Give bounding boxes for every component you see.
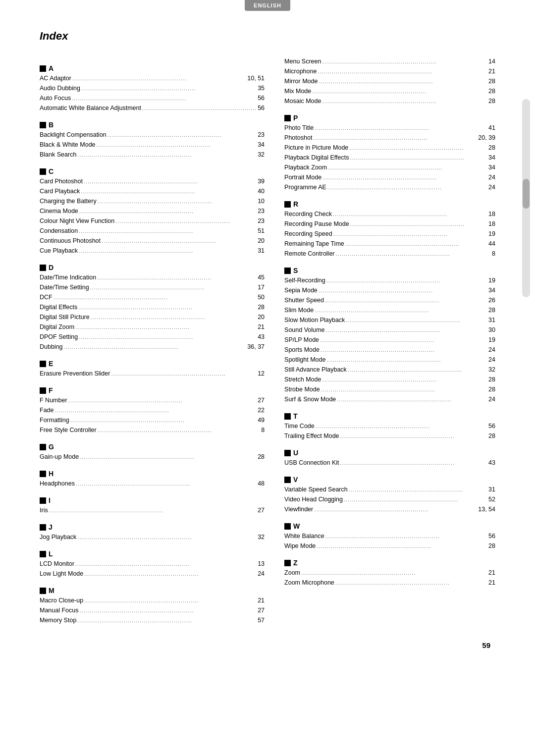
entry-dots: ........................................… xyxy=(68,397,257,404)
entry-name: Mosaic Mode xyxy=(284,98,321,105)
index-entry: Recording Pause Mode....................… xyxy=(284,220,495,230)
index-entry: Card Photoshot..........................… xyxy=(40,177,265,187)
index-entry: White Balance...........................… xyxy=(284,532,495,542)
entry-name: Digital Still Picture xyxy=(40,314,90,321)
entry-page: 13 xyxy=(258,560,265,567)
section-square-Z xyxy=(284,560,291,566)
entry-name: AC Adaptor xyxy=(40,75,71,82)
entry-page: 34 xyxy=(488,164,495,171)
section-square-F xyxy=(40,387,46,394)
entry-page: 19 xyxy=(488,336,495,343)
entry-page: 28 xyxy=(258,304,265,311)
entry-name: Gain-up Mode xyxy=(40,453,79,460)
entry-dots: ........................................… xyxy=(91,314,257,321)
entry-page: 34 xyxy=(488,287,495,294)
section-header-V: V xyxy=(284,476,495,484)
entry-name: Blank Search xyxy=(40,151,76,158)
index-entry: LCD Monitor.............................… xyxy=(40,560,265,570)
entry-page: 45 xyxy=(258,274,265,281)
entry-dots: ........................................… xyxy=(320,336,487,344)
index-entry: Microphone..............................… xyxy=(284,67,495,77)
section-letter-R: R xyxy=(293,200,298,208)
index-entry: Shutter Speed...........................… xyxy=(284,296,495,306)
index-entry: Date/Time Indication....................… xyxy=(40,273,265,283)
section-square-A xyxy=(40,65,46,72)
entry-name: Still Advance Playback xyxy=(284,366,347,373)
entry-page: 12 xyxy=(258,370,265,377)
index-entry: Playback Digital Effects................… xyxy=(284,154,495,163)
section-header-W: W xyxy=(284,522,495,530)
index-entry: Menu Screen.............................… xyxy=(284,57,495,67)
entry-name: Picture in Picture Mode xyxy=(284,144,348,151)
entry-name: Slim Mode xyxy=(284,307,314,314)
entry-name: Digital Effects xyxy=(40,304,77,311)
entry-page: 19 xyxy=(488,277,495,284)
entry-name: F Number xyxy=(40,397,67,404)
entry-name: Playback Digital Effects xyxy=(284,154,349,161)
section-square-T xyxy=(284,413,291,420)
entry-dots: ........................................… xyxy=(97,274,257,281)
entry-page: 39 xyxy=(258,178,265,185)
index-entry: Charging the Battery....................… xyxy=(40,197,265,207)
index-entry: AC Adaptor..............................… xyxy=(40,74,265,84)
entry-dots: ........................................… xyxy=(98,198,257,205)
section-header-J: J xyxy=(40,523,265,531)
entry-name: Sports Mode xyxy=(284,346,320,353)
entry-name: Mirror Mode xyxy=(284,78,318,85)
entry-page: 51 xyxy=(258,227,265,234)
entry-dots: ........................................… xyxy=(327,184,487,191)
entry-page: 21 xyxy=(488,68,495,75)
entry-name: Variable Speed Search xyxy=(284,486,348,493)
scrollbar-thumb[interactable] xyxy=(523,179,530,209)
entry-dots: ........................................… xyxy=(98,427,261,434)
index-entry: Stretch Mode............................… xyxy=(284,376,495,385)
entry-page: 28 xyxy=(488,98,495,105)
index-entry: Photoshot...............................… xyxy=(284,134,495,144)
index-entry: Gain-up Mode............................… xyxy=(40,453,265,463)
index-entry: Macro Close-up..........................… xyxy=(40,596,265,606)
entry-name: Shutter Speed xyxy=(284,297,324,304)
index-entry: Trailing Effect Mode....................… xyxy=(284,432,495,442)
entry-name: Low Light Mode xyxy=(40,570,83,577)
entry-dots: ........................................… xyxy=(333,211,487,218)
entry-dots: ........................................… xyxy=(350,154,487,162)
entry-dots: ........................................… xyxy=(319,78,487,85)
section-square-P xyxy=(284,115,291,121)
entry-page: 26 xyxy=(488,297,495,304)
scrollbar[interactable] xyxy=(522,99,530,297)
index-entry: Spotlight Mode..........................… xyxy=(284,356,495,366)
entry-dots: ........................................… xyxy=(319,287,487,294)
entry-dots: ........................................… xyxy=(322,98,487,105)
entry-page: 21 xyxy=(488,569,495,576)
entry-page: 43 xyxy=(258,333,265,340)
index-entry: Sepia Mode..............................… xyxy=(284,286,495,296)
index-entry: Slow Motion Playback....................… xyxy=(284,316,495,326)
index-entry: Automatic White Balance Adjustment......… xyxy=(40,104,265,114)
entry-dots: ........................................… xyxy=(84,570,257,578)
entry-page: 8 xyxy=(492,250,495,257)
entry-dots: ........................................… xyxy=(315,307,487,314)
entry-page: 17 xyxy=(258,284,265,291)
entry-name: Black & White Mode xyxy=(40,141,96,148)
entry-page: 14 xyxy=(488,58,495,65)
entry-page: 56 xyxy=(488,533,495,540)
entry-name: Colour Night View Function xyxy=(40,217,114,224)
section-header-G: G xyxy=(40,443,265,451)
entry-page: 34 xyxy=(488,154,495,161)
entry-page: 24 xyxy=(258,570,265,577)
entry-dots: ........................................… xyxy=(49,507,257,514)
index-entry: Strobe Mode.............................… xyxy=(284,385,495,395)
index-entry: Video Head Clogging.....................… xyxy=(284,495,495,505)
entry-dots: ........................................… xyxy=(64,343,247,351)
section-square-E xyxy=(40,361,46,367)
entry-dots: ........................................… xyxy=(315,124,487,132)
entry-dots: ........................................… xyxy=(340,459,488,467)
entry-name: Strobe Mode xyxy=(284,386,320,393)
entry-dots: ........................................… xyxy=(333,230,487,238)
entry-name: Card Playback xyxy=(40,188,80,195)
entry-name: Formatting xyxy=(40,417,69,424)
section-header-D: D xyxy=(40,264,265,271)
entry-name: Stretch Mode xyxy=(284,376,321,383)
entry-dots: ........................................… xyxy=(76,480,257,487)
page-number: 59 xyxy=(40,641,495,649)
